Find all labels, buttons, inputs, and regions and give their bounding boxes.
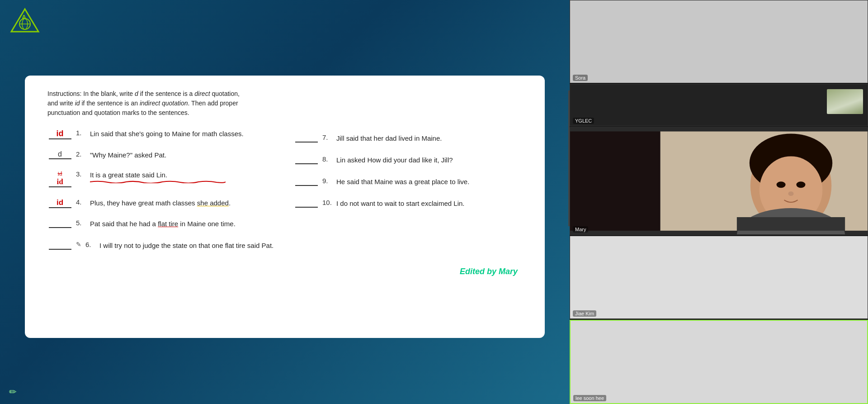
edited-by-label: Edited by Mary	[47, 267, 522, 276]
pencil-tool-icon[interactable]: ✏	[9, 386, 17, 397]
q-text-3: It is a great state said Lin.	[90, 170, 226, 183]
participant-tile-mary: Mary	[570, 127, 868, 235]
answer-3: id	[49, 177, 71, 187]
question-9: 9. He said that Maine was a great place …	[294, 177, 522, 189]
participant-tile-yglec: YGLEC	[570, 84, 868, 126]
q-num-2: 2.	[76, 150, 87, 158]
logo: A	[9, 7, 41, 34]
participant-name-sora: Sora	[573, 75, 588, 81]
question-8: 8. Lin asked How did your dad like it, J…	[294, 155, 522, 167]
participant-tile-sora: Sora	[570, 0, 868, 83]
answer-4: id	[49, 198, 71, 208]
q-text-10: I do not want to wait to start exclaimed…	[336, 199, 464, 209]
question-6: ✎ 6. I will try not to judge the state o…	[47, 241, 276, 252]
svg-rect-15	[570, 131, 660, 230]
q-num-4: 4.	[76, 198, 87, 206]
q-num-10: 10.	[322, 199, 334, 206]
svg-point-11	[796, 181, 805, 188]
question-4: id 4. Plus, they have great math classes…	[47, 198, 276, 209]
q-text-6: I will try not to judge the state on tha…	[99, 241, 274, 251]
answer-2: d	[49, 150, 71, 159]
participant-name-jiae-kim: Jiae Kim	[573, 310, 596, 317]
answer-7	[295, 133, 318, 143]
q-num-6: 6.	[85, 241, 97, 248]
answer-1: id	[49, 129, 71, 139]
participant-tile-lee-soon-hee: lee soon hee	[570, 320, 868, 404]
question-5: 5. Pat said that he had a flat tire in M…	[47, 219, 276, 231]
participant-name-yglec: YGLEC	[573, 118, 594, 124]
participants-sidebar: Sora YGLEC	[570, 0, 868, 404]
svg-point-10	[777, 181, 786, 188]
q-num-1: 1.	[76, 129, 87, 137]
answer-6	[49, 241, 71, 250]
participant-name-mary: Mary	[573, 226, 588, 233]
q-num-9: 9.	[322, 177, 334, 185]
answer-5	[49, 219, 71, 228]
question-10: 10. I do not want to wait to start excla…	[294, 199, 522, 210]
q-text-9: He said that Maine was a great place to …	[336, 177, 469, 187]
q-num-7: 7.	[322, 133, 334, 141]
q-num-5: 5.	[76, 219, 87, 227]
question-3: id id 3. It is a great state said Lin.	[47, 170, 276, 188]
q-text-8: Lin asked How did your dad like it, Jill…	[336, 155, 453, 166]
worksheet-instructions: Instructions: In the blank, write d if t…	[47, 89, 274, 118]
worksheet-card: Instructions: In the blank, write d if t…	[25, 76, 545, 338]
svg-point-12	[788, 191, 794, 196]
main-content-area: A Instructions: In the blank, write d if…	[0, 0, 570, 404]
q-text-5: Pat said that he had a flat tire in Main…	[90, 219, 236, 229]
q-num-3: 3.	[76, 170, 87, 178]
answer-9	[295, 177, 318, 186]
q-text-4: Plus, they have great math classes she a…	[90, 198, 231, 209]
q-text-1: Lin said that she's going to Maine for m…	[90, 129, 244, 139]
pencil-mark: ✎	[76, 241, 81, 248]
svg-text:A: A	[22, 14, 26, 21]
question-1: id 1. Lin said that she's going to Maine…	[47, 129, 276, 140]
question-2: d 2. "Why Maine?" asked Pat.	[47, 150, 276, 161]
participant-name-lee-soon-hee: lee soon hee	[573, 395, 606, 401]
q-num-8: 8.	[322, 155, 334, 163]
q-text-7: Jill said that her dad lived in Maine.	[336, 133, 442, 144]
q-text-2: "Why Maine?" asked Pat.	[90, 150, 166, 161]
left-questions-column: id 1. Lin said that she's going to Maine…	[47, 129, 276, 263]
answer-8	[295, 155, 318, 164]
participant-tile-jiae-kim: Jiae Kim	[570, 236, 868, 319]
answer-10	[295, 199, 318, 208]
question-7: 7. Jill said that her dad lived in Maine…	[294, 133, 522, 145]
mary-video-feed	[570, 128, 868, 234]
right-questions-column: 7. Jill said that her dad lived in Maine…	[294, 129, 522, 263]
svg-rect-14	[737, 217, 845, 231]
